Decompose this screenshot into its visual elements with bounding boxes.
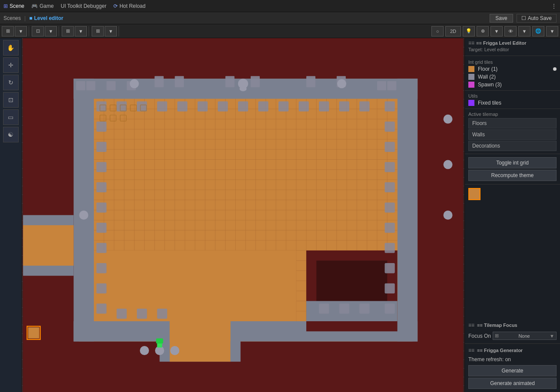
active-tilemap-label: Active tilemap xyxy=(465,111,560,117)
toolbar-circle-btn[interactable]: ○ xyxy=(431,26,444,36)
menu-item-ui-toolkit[interactable]: UI Toolkit Debugger xyxy=(61,3,106,9)
toolbar-btn-4[interactable]: ▼ xyxy=(45,26,57,36)
svg-rect-102 xyxy=(137,102,147,112)
tool-hand[interactable]: ✋ xyxy=(3,40,19,56)
frigga-title: ≡≡ ≡≡ Frigga Level Editor xyxy=(468,40,557,46)
level-editor-breadcrumb: ■ Level editor xyxy=(29,15,63,21)
svg-rect-99 xyxy=(385,283,395,293)
menu-item-hot-reload[interactable]: ⟳ Hot Reload xyxy=(113,3,146,9)
more-icon: ⋮ xyxy=(551,3,557,9)
toolbar-2d-btn[interactable]: 2D xyxy=(445,26,461,36)
scenes-link[interactable]: Scenes xyxy=(3,15,21,21)
svg-rect-110 xyxy=(299,102,309,112)
level-editor-icon: ■ xyxy=(29,15,32,21)
svg-rect-59 xyxy=(86,81,96,90)
reload-icon: ⟳ xyxy=(113,3,118,9)
svg-rect-68 xyxy=(377,81,386,90)
svg-rect-64 xyxy=(225,76,235,87)
svg-rect-108 xyxy=(258,102,268,112)
toolbar-globe-btn[interactable]: 🌐 xyxy=(532,26,544,36)
fixed-tiles-swatch xyxy=(468,100,474,106)
tile-spawn[interactable]: Spawn (3) xyxy=(465,81,560,89)
svg-point-134 xyxy=(444,160,453,169)
generate-btn[interactable]: Generate xyxy=(468,365,557,376)
save-button[interactable]: Save xyxy=(490,14,513,23)
tilemap-floors-btn[interactable]: Floors xyxy=(468,118,557,128)
floor-color-swatch xyxy=(468,66,474,72)
svg-rect-118 xyxy=(339,303,349,313)
svg-rect-93 xyxy=(385,162,395,172)
toolbar-light-btn[interactable]: 💡 xyxy=(463,26,475,36)
frigga-editor-header: ≡≡ ≡≡ Frigga Level Editor Target: Level … xyxy=(465,38,560,55)
tool-rect[interactable]: ▭ xyxy=(3,109,19,125)
menu-item-scene[interactable]: ⊞ Scene xyxy=(3,3,24,9)
toolbar-btn-7[interactable]: ⊞ xyxy=(92,26,104,36)
svg-rect-101 xyxy=(116,102,126,112)
menu-item-game[interactable]: 🎮 Game xyxy=(31,3,54,9)
svg-rect-82 xyxy=(96,162,106,172)
tilemap-decorations-btn[interactable]: Decorations xyxy=(468,141,557,151)
toolbar-btn-6[interactable]: ▼ xyxy=(75,26,87,36)
tool-rotate[interactable]: ↻ xyxy=(3,75,19,90)
generate-animated-btn[interactable]: Generate animated xyxy=(468,378,557,389)
fixed-tiles-item[interactable]: Fixed tiles xyxy=(465,99,560,107)
toolbar-target-btn[interactable]: ⊕ xyxy=(477,26,489,36)
toolbar-globe-down-btn[interactable]: ▼ xyxy=(546,26,558,36)
fixed-tiles-label: Fixed tiles xyxy=(478,100,501,106)
toolbar-right: ○ 2D 💡 ⊕ ▼ 👁 ▼ 🌐 ▼ xyxy=(431,26,558,36)
svg-rect-81 xyxy=(96,142,106,152)
scene-grid-icon: ⊞ xyxy=(3,3,8,9)
toolbar-layers-btn[interactable]: ▼ xyxy=(490,26,503,36)
action-buttons-section: Toggle int grid Recompute theme xyxy=(465,154,560,184)
toolbar-btn-3[interactable]: ⊡ xyxy=(32,26,44,36)
chevron-down-icon: ▼ xyxy=(550,333,554,339)
tool-scale[interactable]: ⊡ xyxy=(3,92,19,108)
tile-floor[interactable]: Floor (1) xyxy=(465,65,560,73)
selected-tile-preview xyxy=(468,188,480,200)
toolbar-group-1: ⊞ ▼ xyxy=(2,26,29,36)
focus-on-label: Focus On xyxy=(468,333,491,339)
toolbar: ⊞ ▼ ⊡ ▼ ⊞ ▼ ⊞ ▼ ○ 2D 💡 ⊕ ▼ 👁 ▼ 🌐 ▼ xyxy=(0,24,560,38)
toolbar-btn-8[interactable]: ▼ xyxy=(105,26,117,36)
tilemap-walls-btn[interactable]: Walls xyxy=(468,129,557,140)
focus-dropdown[interactable]: ⊞ None ▼ xyxy=(493,332,557,340)
svg-rect-80 xyxy=(96,122,106,132)
svg-rect-90 xyxy=(385,102,395,112)
svg-point-133 xyxy=(444,115,453,124)
menu-item-more[interactable]: ⋮ xyxy=(551,3,557,9)
svg-rect-69 xyxy=(387,81,396,90)
active-tile-indicator xyxy=(553,67,557,71)
svg-point-132 xyxy=(79,211,88,220)
tile-wall[interactable]: Wall (2) xyxy=(465,73,560,81)
svg-rect-66 xyxy=(306,76,315,87)
recompute-theme-btn[interactable]: Recompute theme xyxy=(468,170,557,181)
breadcrumb-sep: | xyxy=(24,15,26,21)
svg-rect-89 xyxy=(96,303,106,313)
svg-rect-60 xyxy=(106,81,116,90)
toolbar-btn-5[interactable]: ⊞ xyxy=(62,26,74,36)
svg-rect-83 xyxy=(96,182,106,192)
tool-move[interactable]: ✛ xyxy=(3,57,19,73)
toolbar-eye-btn[interactable]: 👁 xyxy=(504,26,517,36)
right-panel: ≡≡ ≡≡ Frigga Level Editor Target: Level … xyxy=(464,38,560,392)
svg-rect-112 xyxy=(339,102,349,112)
svg-rect-119 xyxy=(359,303,369,313)
svg-rect-109 xyxy=(278,102,288,112)
toggle-int-grid-btn[interactable]: Toggle int grid xyxy=(468,157,557,168)
wall-color-swatch xyxy=(468,74,474,80)
autosave-button[interactable]: ☐ Auto Save xyxy=(517,14,557,23)
svg-point-130 xyxy=(130,79,139,88)
svg-rect-98 xyxy=(385,263,395,273)
tool-custom[interactable]: ☯ xyxy=(3,127,19,142)
svg-point-131 xyxy=(337,79,346,88)
toolbar-btn-1[interactable]: ⊞ xyxy=(2,26,14,36)
svg-rect-143 xyxy=(28,327,40,339)
toolbar-view-btn[interactable]: ▼ xyxy=(518,26,530,36)
dungeon-map[interactable] xyxy=(22,38,464,392)
svg-rect-103 xyxy=(157,102,167,112)
toolbar-btn-2[interactable]: ▼ xyxy=(15,26,27,36)
svg-rect-92 xyxy=(385,142,395,152)
generator-panel-icon: ≡≡ xyxy=(468,347,474,353)
toolbar-group-4: ⊞ ▼ xyxy=(92,26,119,36)
viewport[interactable]: ↖ xyxy=(22,38,464,392)
